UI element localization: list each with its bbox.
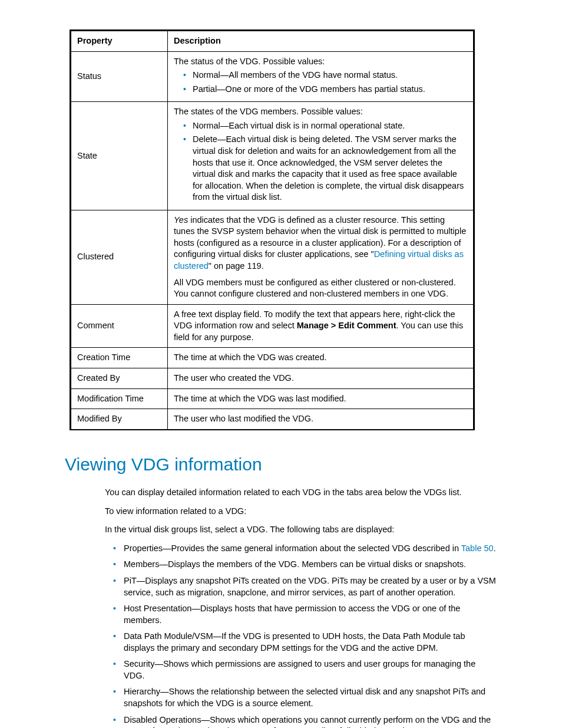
body-paragraph: You can display detailed information rel… bbox=[105, 487, 497, 499]
list-item: Hierarchy—Shows the relationship between… bbox=[113, 686, 497, 709]
header-property: Property bbox=[71, 31, 168, 52]
prop-state: State bbox=[71, 102, 168, 210]
comment-bold: Manage > Edit Comment bbox=[297, 321, 396, 330]
table-row: Modified By The user who last modified t… bbox=[71, 409, 474, 430]
desc-creation-time: The time at which the VDG was created. bbox=[168, 348, 474, 368]
list-item: Properties—Provides the same general inf… bbox=[113, 543, 497, 555]
desc-state: The states of the VDG members. Possible … bbox=[168, 102, 474, 210]
state-intro: The states of the VDG members. Possible … bbox=[174, 106, 467, 118]
table-row: Clustered Yes indicates that the VDG is … bbox=[71, 210, 474, 304]
prop-creation-time: Creation Time bbox=[71, 348, 168, 368]
body-paragraph: In the virtual disk groups list, select … bbox=[105, 524, 497, 536]
tabs-list: Properties—Provides the same general inf… bbox=[113, 543, 497, 728]
table-row: State The states of the VDG members. Pos… bbox=[71, 102, 474, 210]
table-row: Status The status of the VDG. Possible v… bbox=[71, 51, 474, 102]
table-row: Creation Time The time at which the VDG … bbox=[71, 348, 474, 368]
desc-comment: A free text display field. To modify the… bbox=[168, 304, 474, 348]
desc-clustered: Yes indicates that the VDG is defined as… bbox=[168, 210, 474, 304]
desc-status: The status of the VDG. Possible values: … bbox=[168, 51, 474, 102]
prop-mod-by: Modified By bbox=[71, 409, 168, 430]
section-heading: Viewing VDG information bbox=[65, 453, 497, 477]
list-item: Normal—Each virtual disk is in normal op… bbox=[183, 120, 467, 132]
table-row: Comment A free text display field. To mo… bbox=[71, 304, 474, 348]
list-item: Delete—Each virtual disk is being delete… bbox=[183, 134, 467, 203]
status-intro: The status of the VDG. Possible values: bbox=[174, 56, 467, 68]
italic-yes: Yes bbox=[174, 215, 188, 225]
clustered-tail: " on page 119. bbox=[209, 261, 264, 271]
desc-mod-time: The time at which the VDG was last modif… bbox=[168, 388, 474, 409]
table-row: Created By The user who created the VDG. bbox=[71, 368, 474, 388]
properties-pre: Properties—Provides the same general inf… bbox=[124, 543, 461, 553]
list-item: Data Path Module/VSM—If the VDG is prese… bbox=[113, 631, 497, 654]
link-table-50[interactable]: Table 50 bbox=[461, 543, 494, 553]
header-description: Description bbox=[168, 31, 474, 52]
list-item: Partial—One or more of the VDG members h… bbox=[183, 84, 467, 95]
desc-mod-by: The user who last modified the VDG. bbox=[168, 409, 474, 430]
list-item: Security—Shows which permissions are ass… bbox=[113, 658, 497, 681]
clustered-para2: All VDG members must be configured as ei… bbox=[174, 277, 467, 300]
prop-comment: Comment bbox=[71, 304, 168, 348]
prop-clustered: Clustered bbox=[71, 210, 168, 304]
properties-post: . bbox=[494, 543, 496, 553]
list-item: Host Presentation—Displays hosts that ha… bbox=[113, 603, 497, 626]
prop-created-by: Created By bbox=[71, 368, 168, 388]
body-paragraph: To view information related to a VDG: bbox=[105, 506, 497, 518]
table-row: Modification Time The time at which the … bbox=[71, 388, 474, 409]
clustered-para1: Yes indicates that the VDG is defined as… bbox=[174, 215, 467, 272]
list-item: Disabled Operations—Shows which operatio… bbox=[113, 714, 497, 728]
list-item: Normal—All members of the VDG have norma… bbox=[183, 70, 467, 81]
prop-mod-time: Modification Time bbox=[71, 388, 168, 409]
prop-status: Status bbox=[71, 51, 168, 102]
properties-table: Property Description Status The status o… bbox=[70, 29, 475, 430]
list-item: Members—Displays the members of the VDG.… bbox=[113, 559, 497, 571]
list-item: PiT—Displays any snapshot PiTs created o… bbox=[113, 575, 497, 598]
desc-created-by: The user who created the VDG. bbox=[168, 368, 474, 388]
table-header-row: Property Description bbox=[71, 31, 474, 52]
